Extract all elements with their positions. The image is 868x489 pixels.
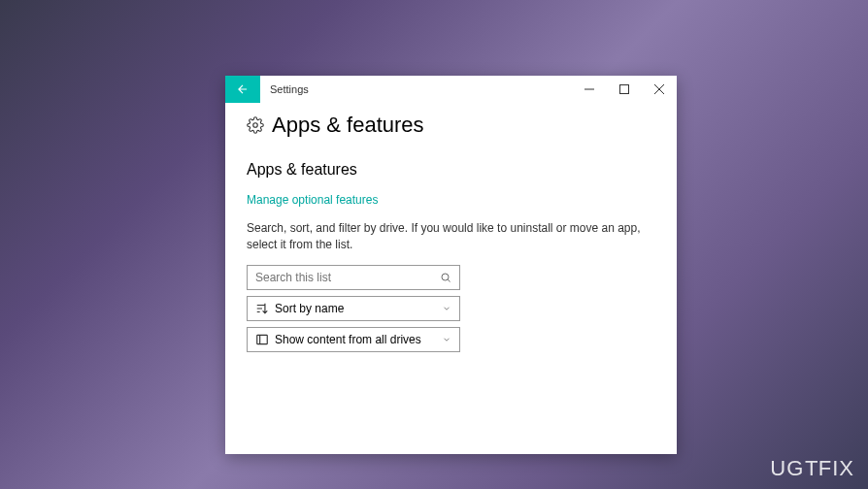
settings-window: Settings Apps & features Apps & features…: [225, 76, 677, 454]
page-heading: Apps & features: [247, 113, 655, 138]
description-text: Search, sort, and filter by drive. If yo…: [247, 220, 655, 253]
svg-rect-7: [257, 335, 268, 343]
sort-label: Sort by name: [275, 302, 344, 315]
gear-icon: [247, 116, 264, 134]
close-icon: [654, 84, 664, 94]
close-button[interactable]: [642, 76, 677, 103]
sort-dropdown[interactable]: Sort by name: [247, 296, 460, 321]
arrow-left-icon: [236, 82, 250, 96]
filter-label: Show content from all drives: [275, 333, 421, 346]
maximize-icon: [619, 84, 629, 94]
titlebar: Settings: [225, 76, 677, 103]
manage-optional-features-link[interactable]: Manage optional features: [247, 193, 378, 207]
search-input[interactable]: [255, 271, 440, 284]
minimize-icon: [584, 84, 594, 94]
chevron-down-icon: [442, 304, 451, 313]
search-box[interactable]: [247, 265, 460, 290]
window-controls: [572, 76, 677, 103]
chevron-down-icon: [442, 335, 451, 344]
back-button[interactable]: [225, 76, 260, 103]
watermark: UGTFIX: [770, 456, 854, 481]
content-area: Apps & features Apps & features Manage o…: [225, 103, 677, 368]
svg-rect-1: [620, 85, 629, 94]
section-heading: Apps & features: [247, 161, 655, 179]
maximize-button[interactable]: [607, 76, 642, 103]
window-title: Settings: [270, 83, 572, 95]
filter-dropdown[interactable]: Show content from all drives: [247, 327, 460, 352]
drive-icon: [255, 333, 269, 346]
svg-point-4: [253, 123, 258, 128]
svg-line-6: [448, 279, 450, 281]
page-title: Apps & features: [272, 113, 424, 138]
minimize-button[interactable]: [572, 76, 607, 103]
search-icon: [440, 272, 451, 283]
sort-icon: [255, 302, 269, 315]
svg-point-5: [442, 274, 449, 280]
